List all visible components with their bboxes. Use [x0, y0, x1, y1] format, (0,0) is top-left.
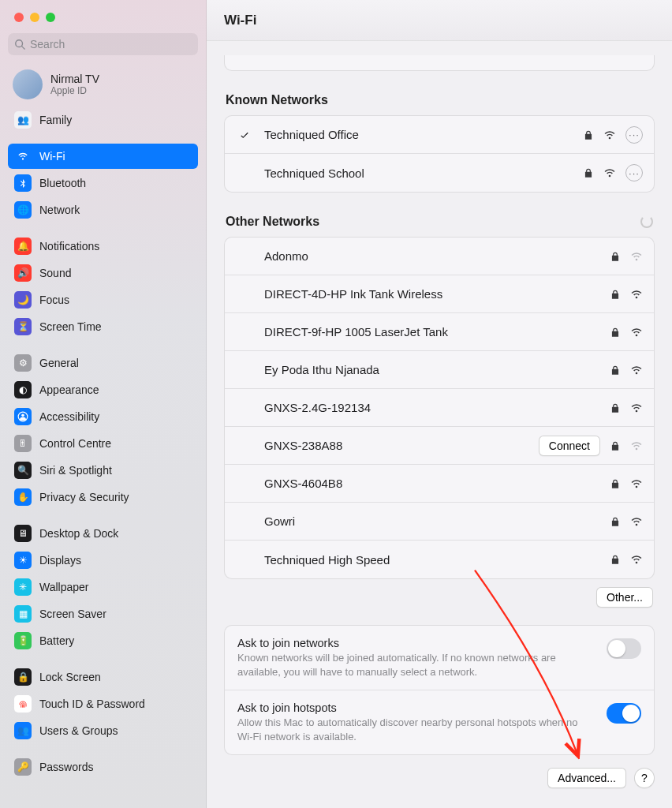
- sidebar-item-general[interactable]: ⚙︎General: [8, 350, 198, 376]
- lock-icon: [610, 251, 621, 262]
- other-network-row[interactable]: GNXS-4604B8: [225, 465, 654, 503]
- sidebar-item-screen-time[interactable]: ⏳Screen Time: [8, 314, 198, 339]
- lock-icon: [583, 129, 594, 140]
- other-networks-panel: Adonmo DIRECT-4D-HP Ink Tank Wireless DI…: [224, 237, 655, 579]
- other-network-row[interactable]: DIRECT-4D-HP Ink Tank Wireless: [225, 275, 654, 313]
- appearance-icon: ◐: [14, 381, 32, 398]
- connected-check-icon: [239, 129, 255, 140]
- sidebar-item-network[interactable]: 🌐Network: [8, 197, 198, 223]
- screen-time-icon: ⏳: [14, 318, 32, 335]
- sidebar-item-accessibility[interactable]: Accessibility: [8, 404, 198, 429]
- wifi-signal-icon: [630, 477, 643, 490]
- ask-to-join-hotspots-toggle[interactable]: [607, 703, 641, 724]
- lock-screen-icon: 🔒: [14, 668, 32, 686]
- sidebar-item-label: Appearance: [39, 383, 99, 396]
- wallpaper-icon: ✳︎: [14, 578, 32, 596]
- users-groups-icon: 👥: [14, 722, 32, 739]
- sidebar-item-lock-screen[interactable]: 🔒Lock Screen: [8, 664, 198, 690]
- sidebar-item-displays[interactable]: ☀︎Displays: [8, 548, 198, 573]
- other-network-row[interactable]: DIRECT-9f-HP 1005 LaserJet Tank: [225, 313, 654, 351]
- content: Known Networks Techniqued Office ··· Tec…: [207, 41, 672, 808]
- sidebar-item-label: Screen Saver: [39, 608, 106, 620]
- more-options-button[interactable]: ···: [625, 126, 643, 144]
- sidebar-item-label: Accessibility: [39, 410, 99, 423]
- network-icon: 🌐: [14, 201, 32, 219]
- more-options-button[interactable]: ···: [625, 164, 643, 181]
- sidebar-item-screen-saver[interactable]: ▦Screen Saver: [8, 601, 198, 627]
- minimize-window-button[interactable]: [30, 13, 39, 22]
- sidebar-item-control-centre[interactable]: 🎚Control Centre: [8, 431, 198, 456]
- siri-spotlight-icon: 🔍: [14, 462, 32, 479]
- sidebar-item-touch-id-password[interactable]: Touch ID & Password: [8, 691, 198, 716]
- sidebar-item-label: Battery: [39, 634, 74, 647]
- wifi-signal-icon: [630, 515, 643, 528]
- sidebar-item-label: Passwords: [39, 761, 93, 773]
- loading-spinner-icon: [640, 215, 653, 228]
- avatar: [13, 69, 43, 99]
- sidebar-item-siri-spotlight[interactable]: 🔍Siri & Spotlight: [8, 458, 198, 483]
- sidebar-item-desktop-dock[interactable]: 🖥Desktop & Dock: [8, 521, 198, 546]
- setting-title: Ask to join networks: [237, 637, 595, 649]
- network-name: GNXS-4604B8: [264, 477, 600, 490]
- privacy-security-icon: ✋: [14, 488, 32, 506]
- svg-line-1: [22, 47, 25, 50]
- other-network-row[interactable]: Ey Poda Ithu Njanada: [225, 351, 654, 389]
- sidebar-item-passwords[interactable]: 🔑Passwords: [8, 754, 198, 780]
- other-network-row[interactable]: Techniqued High Speed: [225, 541, 654, 578]
- network-name: GNXS-238A88: [264, 439, 529, 452]
- sound-icon: 🔊: [14, 264, 32, 282]
- help-button[interactable]: ?: [634, 768, 655, 788]
- sidebar-item-wi-fi[interactable]: Wi-Fi: [8, 144, 198, 169]
- general-icon: ⚙︎: [14, 354, 32, 372]
- advanced-button[interactable]: Advanced...: [547, 768, 626, 788]
- apple-id-profile[interactable]: Nirmal TV Apple ID: [8, 65, 198, 107]
- network-name: Adonmo: [264, 249, 600, 263]
- wifi-signal-icon: [630, 402, 643, 414]
- displays-icon: ☀︎: [14, 552, 32, 569]
- sidebar-item-privacy-security[interactable]: ✋Privacy & Security: [8, 484, 198, 510]
- close-window-button[interactable]: [14, 13, 24, 22]
- sidebar-item-battery[interactable]: 🔋Battery: [8, 628, 198, 653]
- lock-icon: [610, 440, 621, 451]
- sidebar-item-label: Focus: [39, 294, 69, 306]
- sidebar-item-sound[interactable]: 🔊Sound: [8, 260, 198, 286]
- other-network-row[interactable]: GNXS-2.4G-192134: [225, 389, 654, 427]
- search-input[interactable]: Search: [8, 33, 198, 55]
- fullscreen-window-button[interactable]: [46, 13, 55, 22]
- sidebar-item-label: Family: [39, 114, 72, 126]
- lock-icon: [610, 289, 621, 300]
- ask-to-join-hotspots-row: Ask to join hotspots Allow this Mac to a…: [225, 690, 654, 754]
- lock-icon: [610, 365, 621, 376]
- sidebar-item-label: Privacy & Security: [39, 491, 129, 503]
- sidebar-item-focus[interactable]: 🌙Focus: [8, 287, 198, 312]
- search-placeholder: Search: [30, 38, 65, 50]
- other-network-row[interactable]: Adonmo: [225, 238, 654, 275]
- known-networks-panel: Techniqued Office ··· Techniqued School …: [224, 115, 655, 193]
- lock-icon: [610, 478, 621, 489]
- lock-icon: [610, 402, 621, 413]
- wifi-signal-icon: [630, 288, 643, 301]
- passwords-icon: 🔑: [14, 758, 32, 776]
- sidebar-item-appearance[interactable]: ◐Appearance: [8, 377, 198, 402]
- connect-button[interactable]: Connect: [539, 436, 600, 456]
- other-network-row[interactable]: Gowri: [225, 503, 654, 541]
- lock-icon: [610, 554, 621, 565]
- sidebar-item-bluetooth[interactable]: Bluetooth: [8, 170, 198, 196]
- known-network-row[interactable]: Techniqued School ···: [225, 154, 654, 192]
- other-network-button[interactable]: Other...: [596, 587, 653, 608]
- setting-title: Ask to join hotspots: [237, 701, 595, 714]
- sidebar-item-notifications[interactable]: 🔔Notifications: [8, 234, 198, 259]
- setting-desc: Known networks will be joined automatica…: [237, 651, 595, 679]
- wifi-main-toggle-panel: [224, 55, 655, 71]
- sidebar-item-label: Siri & Spotlight: [39, 464, 112, 477]
- sidebar-item-wallpaper[interactable]: ✳︎Wallpaper: [8, 574, 198, 600]
- ask-to-join-networks-toggle[interactable]: [607, 638, 641, 659]
- known-network-row[interactable]: Techniqued Office ···: [225, 116, 654, 154]
- sidebar-list: 👥FamilyWi-FiBluetooth🌐Network🔔Notificati…: [8, 107, 198, 780]
- sidebar-item-family[interactable]: 👥Family: [8, 107, 198, 133]
- network-name: Techniqued Office: [264, 128, 573, 141]
- wifi-signal-icon: [603, 166, 616, 179]
- window-controls: [8, 8, 198, 33]
- sidebar-item-users-groups[interactable]: 👥Users & Groups: [8, 718, 198, 743]
- other-network-row[interactable]: GNXS-238A88 Connect: [225, 427, 654, 465]
